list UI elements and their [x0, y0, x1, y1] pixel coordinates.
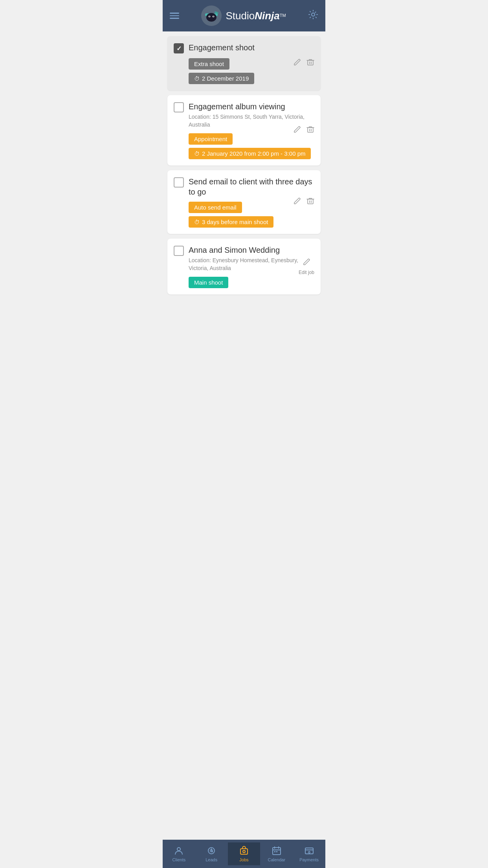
card-actions-3	[293, 197, 314, 207]
ninja-logo-icon	[203, 7, 220, 24]
svg-rect-9	[308, 61, 313, 65]
card-header-2: Engagement album viewing Location: 15 Si…	[174, 101, 314, 129]
task-card-send-email: Send email to client with three days to …	[167, 170, 321, 234]
task-checkbox-1[interactable]: ✓	[174, 43, 184, 53]
card-info-4: Anna and Simon Wedding Location: Eynesbu…	[189, 245, 314, 272]
tag-appointment: Appointment	[189, 133, 233, 145]
checkmark-icon: ✓	[176, 45, 182, 52]
delete-icon-2[interactable]	[306, 125, 314, 135]
tag-extra-shoot: Extra shoot	[189, 58, 229, 70]
edit-icon-3[interactable]	[293, 197, 301, 207]
delete-icon-3[interactable]	[306, 197, 314, 207]
settings-icon[interactable]	[308, 9, 318, 22]
card-title-3: Send email to client with three days to …	[189, 177, 314, 197]
edit-icon-1[interactable]	[293, 59, 301, 68]
card-info-2: Engagement album viewing Location: 15 Si…	[189, 101, 314, 129]
task-card-album-viewing: Engagement album viewing Location: 15 Si…	[167, 95, 321, 166]
svg-point-6	[209, 16, 210, 17]
edit-job-button[interactable]: Edit job	[299, 258, 314, 275]
delete-icon-1[interactable]	[306, 59, 314, 68]
card-tags-2: Appointment 2 January 2020 from 2:00 pm …	[189, 133, 314, 159]
svg-point-7	[213, 16, 214, 17]
card-info-3: Send email to client with three days to …	[189, 177, 314, 197]
task-checkbox-2[interactable]	[174, 102, 184, 112]
card-actions-2	[293, 125, 314, 135]
card-title-1: Engagement shoot	[189, 42, 314, 53]
menu-icon[interactable]	[170, 13, 179, 19]
clock-icon-2	[194, 150, 200, 157]
task-card-engagement-shoot: ✓ Engagement shoot	[167, 36, 321, 90]
task-card-wedding: Anna and Simon Wedding Location: Eynesbu…	[167, 239, 321, 294]
tag-days-before: 3 days before main shoot	[189, 216, 273, 228]
card-header-3: Send email to client with three days to …	[174, 177, 314, 197]
card-title-2: Engagement album viewing	[189, 101, 314, 112]
logo-text: StudioNinjaTM	[226, 10, 286, 22]
clock-icon-1	[194, 75, 200, 82]
card-subtitle-4: Location: Eynesbury Homestead, Eynesbury…	[189, 257, 314, 272]
svg-rect-11	[308, 199, 313, 204]
card-tags-4: Main shoot	[189, 277, 314, 288]
edit-icon-2[interactable]	[293, 125, 301, 135]
app-header: StudioNinjaTM	[163, 0, 325, 31]
svg-point-8	[312, 13, 315, 16]
main-content: ✓ Engagement shoot	[163, 31, 325, 326]
tag-auto-send: Auto send email	[189, 202, 242, 213]
logo-ninja: Ninja	[255, 10, 280, 22]
task-checkbox-3[interactable]	[174, 177, 184, 188]
card-title-4: Anna and Simon Wedding	[189, 245, 314, 255]
edit-job-pencil-icon	[303, 258, 310, 268]
svg-rect-10	[308, 127, 313, 132]
task-checkbox-4[interactable]	[174, 246, 184, 256]
card-header-4: Anna and Simon Wedding Location: Eynesbu…	[174, 245, 314, 272]
tag-date-1: 2 December 2019	[189, 73, 254, 84]
svg-point-3	[206, 13, 216, 22]
card-info: Engagement shoot	[189, 42, 314, 53]
tag-main-shoot: Main shoot	[189, 277, 228, 288]
card-actions-1	[293, 59, 314, 68]
edit-job-label: Edit job	[299, 270, 314, 275]
clock-icon-3	[194, 219, 200, 225]
logo-tm: TM	[280, 13, 286, 17]
card-header: ✓ Engagement shoot	[174, 42, 314, 53]
app-logo: StudioNinjaTM	[201, 6, 286, 26]
logo-avatar	[201, 6, 222, 26]
tag-date-2: 2 January 2020 from 2:00 pm - 3:00 pm	[189, 148, 311, 159]
logo-studio: Studio	[226, 10, 255, 22]
